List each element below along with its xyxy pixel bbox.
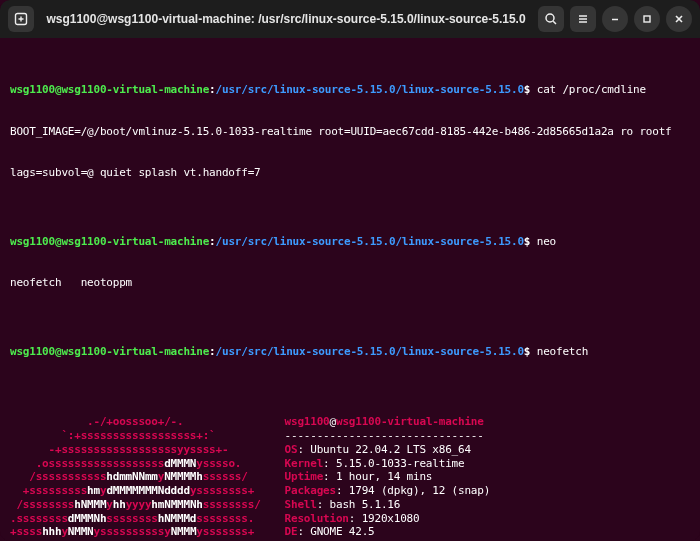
window-title: wsg1100@wsg1100-virtual-machine: /usr/sr… bbox=[40, 12, 532, 27]
svg-point-3 bbox=[546, 14, 554, 22]
titlebar: wsg1100@wsg1100-virtual-machine: /usr/sr… bbox=[0, 0, 700, 38]
maximize-icon bbox=[641, 13, 653, 25]
menu-button[interactable] bbox=[570, 6, 596, 32]
menu-icon bbox=[576, 12, 590, 26]
maximize-button[interactable] bbox=[634, 6, 660, 32]
new-tab-icon bbox=[14, 12, 28, 26]
svg-rect-9 bbox=[644, 16, 650, 22]
command-text: cat /proc/cmdline bbox=[537, 83, 646, 96]
output-line: BOOT_IMAGE=/@/boot/vmlinuz-5.15.0-1033-r… bbox=[10, 125, 690, 139]
close-button[interactable] bbox=[666, 6, 692, 32]
prompt-line: wsg1100@wsg1100-virtual-machine:/usr/src… bbox=[10, 83, 690, 97]
terminal-body[interactable]: wsg1100@wsg1100-virtual-machine:/usr/src… bbox=[0, 38, 700, 541]
terminal-window: wsg1100@wsg1100-virtual-machine: /usr/sr… bbox=[0, 0, 700, 541]
minimize-button[interactable] bbox=[602, 6, 628, 32]
ascii-art: .-/+oosssoo+/-. `:+ssssssssssssssssss+:`… bbox=[10, 415, 261, 541]
command-text: neo bbox=[537, 235, 556, 248]
svg-line-4 bbox=[553, 21, 556, 24]
info-user: wsg1100 bbox=[285, 415, 330, 428]
command-text: neofetch bbox=[537, 345, 588, 358]
prompt-user: wsg1100@wsg1100-virtual-machine bbox=[10, 83, 209, 96]
minimize-icon bbox=[609, 13, 621, 25]
info-host: wsg1100-virtual-machine bbox=[336, 415, 484, 428]
prompt-path: /usr/src/linux-source-5.15.0/linux-sourc… bbox=[216, 83, 524, 96]
output-line: lags=subvol=@ quiet splash vt.handoff=7 bbox=[10, 166, 690, 180]
new-tab-button[interactable] bbox=[8, 6, 34, 32]
close-icon bbox=[673, 13, 685, 25]
prompt-line: wsg1100@wsg1100-virtual-machine:/usr/src… bbox=[10, 345, 690, 359]
neofetch-output: .-/+oosssoo+/-. `:+ssssssssssssssssss+:`… bbox=[10, 415, 690, 541]
completion-line: neofetch neotoppm bbox=[10, 276, 690, 290]
search-button[interactable] bbox=[538, 6, 564, 32]
prompt-line: wsg1100@wsg1100-virtual-machine:/usr/src… bbox=[10, 235, 690, 249]
search-icon bbox=[544, 12, 558, 26]
system-info: wsg1100@wsg1100-virtual-machine---------… bbox=[285, 415, 573, 541]
